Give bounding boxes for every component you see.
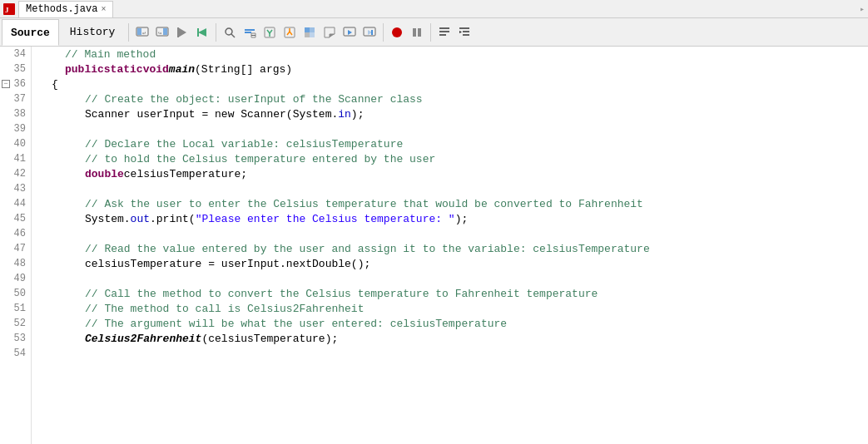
toolbar-sep-1 bbox=[128, 23, 129, 42]
fold-marker[interactable]: − bbox=[2, 80, 10, 88]
tab-history[interactable]: History bbox=[61, 19, 125, 46]
tb-btn7[interactable] bbox=[340, 23, 359, 42]
line-number: 35 bbox=[0, 62, 31, 76]
line-number: −36 bbox=[0, 76, 31, 91]
svg-point-12 bbox=[226, 28, 232, 35]
code-line: double celsiusTemperature; bbox=[38, 166, 868, 181]
tb-btn8[interactable] bbox=[360, 23, 379, 42]
code-line: System.out.print("Please enter the Celsi… bbox=[38, 211, 868, 226]
tab-source[interactable]: Source bbox=[2, 19, 59, 46]
tb-prev-btn[interactable] bbox=[193, 23, 211, 42]
token-keyword: void bbox=[143, 63, 169, 76]
code-line: // Main method bbox=[38, 47, 868, 62]
token-default: celsiusTemperature = userInput.nextDoubl… bbox=[85, 258, 370, 270]
line-number: 37 bbox=[0, 91, 31, 106]
tb-indent-btn[interactable] bbox=[455, 23, 474, 42]
toolbar-sep-2 bbox=[216, 23, 216, 42]
tb-search-btn[interactable] bbox=[221, 23, 239, 42]
code-line bbox=[38, 271, 868, 286]
svg-text:↪: ↪ bbox=[158, 30, 161, 37]
token-default: .print( bbox=[150, 213, 196, 225]
token-bold: Celsius2Fahrenheit bbox=[85, 333, 201, 345]
code-area[interactable]: // Main methodpublic static void main(St… bbox=[32, 47, 868, 444]
svg-rect-35 bbox=[418, 28, 421, 37]
svg-marker-42 bbox=[459, 31, 462, 33]
token-keyword: double bbox=[85, 168, 124, 180]
line-number: 54 bbox=[0, 346, 31, 361]
code-line: // Create the object: userInput of the S… bbox=[38, 91, 868, 106]
code-line: { bbox=[38, 76, 868, 91]
token-keyword: static bbox=[104, 63, 143, 76]
token-string: "Please enter the Celsius temperature: " bbox=[196, 213, 455, 225]
svg-rect-23 bbox=[310, 27, 315, 32]
svg-text:J: J bbox=[5, 6, 9, 14]
token-default: { bbox=[52, 78, 58, 91]
tb-breakpoint-btn[interactable] bbox=[435, 23, 454, 42]
token-comment: // to hold the Celsius temperature enter… bbox=[85, 153, 435, 165]
code-line: // Call the method to convert the Celsiu… bbox=[38, 286, 868, 301]
line-number: 43 bbox=[0, 181, 31, 196]
code-line: // Read the value entered by the user an… bbox=[38, 241, 868, 256]
code-line bbox=[38, 121, 868, 136]
toolbar-sep-3 bbox=[383, 23, 384, 42]
toolbar: Source History ↩ ↪ bbox=[0, 18, 868, 47]
code-line: // The method to call is Celsius2Fahrenh… bbox=[38, 301, 868, 316]
token-comment: // Main method bbox=[65, 48, 156, 61]
svg-rect-34 bbox=[413, 28, 416, 37]
token-comment: // The argument will be what the user en… bbox=[85, 318, 507, 330]
tb-stop-btn[interactable] bbox=[388, 23, 406, 42]
file-tab-label: Methods.java bbox=[26, 3, 97, 15]
token-default: (celsiusTemperature); bbox=[201, 333, 338, 345]
code-line: celsiusTemperature = userInput.nextDoubl… bbox=[38, 256, 868, 271]
token-comment: // The method to call is Celsius2Fahrenh… bbox=[85, 303, 364, 315]
token-comment: // Create the object: userInput of the S… bbox=[85, 93, 423, 106]
file-tab[interactable]: Methods.java × bbox=[18, 1, 113, 17]
code-line: // to hold the Celsius temperature enter… bbox=[38, 151, 868, 166]
code-line bbox=[38, 346, 868, 361]
svg-rect-22 bbox=[305, 27, 310, 32]
tb-last-edit-btn[interactable] bbox=[173, 23, 191, 42]
tb-btn5[interactable] bbox=[300, 23, 319, 42]
line-number: 52 bbox=[0, 316, 31, 331]
code-line: // The argument will be what the user en… bbox=[38, 316, 868, 331]
token-field: in bbox=[338, 108, 351, 121]
line-number: 47 bbox=[0, 241, 31, 256]
svg-marker-8 bbox=[178, 27, 186, 37]
line-numbers: 3435−36373839404142434445464748495051525… bbox=[0, 47, 32, 444]
tb-btn6[interactable] bbox=[320, 23, 339, 42]
line-number: 50 bbox=[0, 286, 31, 301]
code-line: // Declare the Local variable: celsiusTe… bbox=[38, 136, 868, 151]
svg-rect-24 bbox=[305, 32, 310, 37]
line-number: 44 bbox=[0, 196, 31, 211]
token-comment: // Ask the user to enter the Celsius tem… bbox=[85, 198, 643, 210]
code-line bbox=[38, 226, 868, 241]
token-default: Scanner userInput = new Scanner(System. bbox=[85, 108, 338, 121]
line-number: 46 bbox=[0, 226, 31, 241]
token-field: out bbox=[131, 213, 150, 225]
code-line: Celsius2Fahrenheit(celsiusTemperature); bbox=[38, 331, 868, 346]
line-number: 49 bbox=[0, 271, 31, 286]
token-keyword: public bbox=[65, 63, 104, 76]
close-tab-button[interactable]: × bbox=[101, 5, 106, 14]
tb-pause-btn[interactable] bbox=[408, 23, 426, 42]
line-number: 40 bbox=[0, 136, 31, 151]
token-default: celsiusTemperature; bbox=[124, 168, 247, 180]
tb-back-btn[interactable]: ↩ bbox=[133, 23, 151, 42]
code-line: Scanner userInput = new Scanner(System.i… bbox=[38, 106, 868, 121]
svg-marker-10 bbox=[198, 28, 206, 37]
tb-fwd-btn[interactable]: ↪ bbox=[153, 23, 171, 42]
tab-scroll-arrow[interactable]: ▸ bbox=[860, 4, 865, 14]
svg-rect-25 bbox=[310, 32, 315, 37]
token-bold: main bbox=[169, 63, 195, 76]
svg-marker-27 bbox=[330, 34, 335, 37]
toolbar-sep-4 bbox=[430, 23, 431, 42]
svg-rect-15 bbox=[245, 32, 251, 33]
token-comment: // Call the method to convert the Celsiu… bbox=[85, 288, 598, 300]
tb-btn2[interactable] bbox=[241, 23, 259, 42]
token-default: (String[] args) bbox=[195, 63, 292, 76]
line-number: 51 bbox=[0, 301, 31, 316]
tb-btn3[interactable] bbox=[260, 23, 279, 42]
svg-point-33 bbox=[392, 27, 402, 37]
tb-btn4[interactable] bbox=[280, 23, 299, 42]
code-line: // Ask the user to enter the Celsius tem… bbox=[38, 196, 868, 211]
